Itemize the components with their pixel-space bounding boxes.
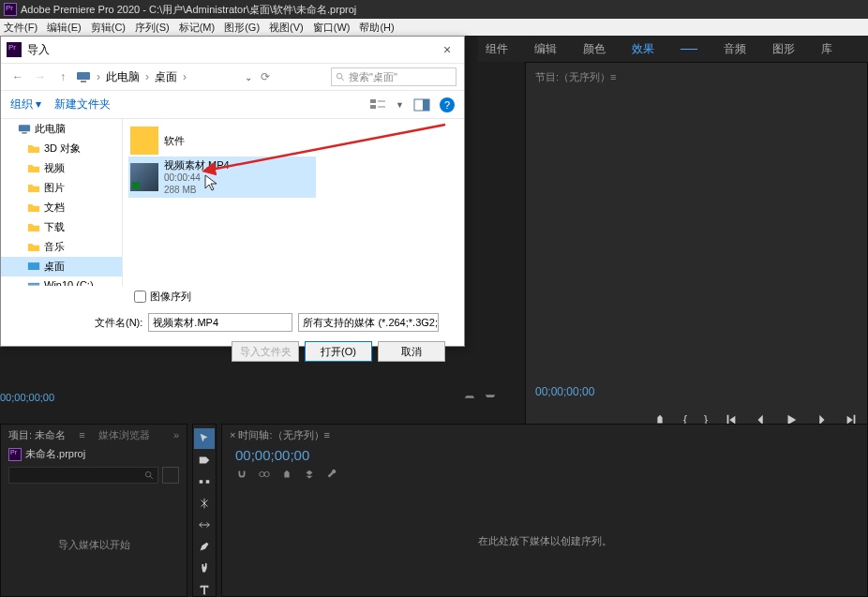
tree-this-pc[interactable]: 此电脑	[1, 119, 122, 139]
new-bin-icon[interactable]	[162, 467, 179, 484]
svg-rect-13	[28, 282, 39, 284]
panel-more-icon[interactable]: »	[173, 429, 179, 440]
source-timecode[interactable]: 00;00;00;00	[0, 392, 54, 403]
dialog-search-input[interactable]: 搜索"桌面"	[331, 67, 456, 86]
import-dialog: 导入 × ← → ↑ › 此电脑 › 桌面 › ⌄ ⟳ 搜索"桌面" 组织 ▾ …	[0, 36, 465, 347]
svg-point-0	[260, 471, 264, 476]
crumb-desktop[interactable]: 桌面	[155, 69, 177, 85]
image-sequence-label: 图像序列	[150, 290, 191, 304]
nav-back-button[interactable]: ←	[8, 67, 27, 86]
program-timecode[interactable]: 00;00;00;00	[535, 385, 594, 398]
track-select-tool[interactable]	[194, 450, 215, 470]
menu-clip[interactable]: 剪辑(C)	[91, 21, 126, 35]
menu-sequence[interactable]: 序列(S)	[135, 21, 170, 35]
preview-pane-button[interactable]	[413, 98, 430, 112]
type-tool[interactable]	[194, 579, 215, 597]
menubar: 文件(F) 编辑(E) 剪辑(C) 序列(S) 标记(M) 图形(G) 视图(V…	[0, 19, 868, 36]
wrench-icon[interactable]	[325, 468, 338, 481]
nav-refresh-button[interactable]: ⟳	[256, 67, 275, 86]
organize-button[interactable]: 组织 ▾	[10, 97, 41, 112]
dialog-close-button[interactable]: ×	[436, 42, 458, 57]
tree-videos[interactable]: 视频	[1, 158, 122, 178]
tree-downloads[interactable]: 下载	[1, 217, 122, 237]
svg-rect-10	[22, 132, 26, 134]
timeline-panel: × 时间轴:（无序列）≡ 00;00;00;00 在此处放下媒体以创建序列。	[221, 424, 868, 597]
crumb-sep-icon: ›	[97, 70, 100, 83]
tab-audio[interactable]: 音频	[724, 41, 746, 57]
tab-color[interactable]: 颜色	[583, 41, 606, 57]
menu-mark[interactable]: 标记(M)	[179, 21, 216, 35]
image-sequence-checkbox[interactable]	[134, 291, 146, 303]
link-icon[interactable]	[258, 468, 271, 481]
search-placeholder: 搜索"桌面"	[349, 70, 397, 84]
svg-rect-6	[370, 105, 376, 109]
pen-tool[interactable]	[194, 536, 215, 557]
file-filter-select[interactable]: 所有支持的媒体 (*.264;*.3G2;*.⌄	[298, 313, 439, 332]
view-dropdown-icon[interactable]: ▼	[396, 100, 404, 110]
timeline-tab[interactable]: × 时间轴:（无序列）≡	[230, 428, 330, 442]
file-item-folder[interactable]: 软件	[128, 125, 316, 157]
tree-drive-c[interactable]: Win10 (C:)	[1, 276, 122, 286]
timeline-timecode[interactable]: 00;00;00;00	[222, 445, 867, 465]
hand-tool[interactable]	[194, 558, 215, 578]
ripple-edit-tool[interactable]	[194, 471, 215, 492]
filename-input[interactable]	[148, 313, 292, 332]
tree-pictures[interactable]: 图片	[1, 178, 122, 198]
svg-rect-8	[423, 99, 429, 111]
tab-effects[interactable]: 效果	[632, 41, 654, 57]
search-icon	[336, 72, 346, 82]
tab-assembly[interactable]: 组件	[486, 41, 508, 57]
source-lift-icon[interactable]	[463, 390, 476, 403]
file-name: 视频素材.MP4	[164, 158, 230, 172]
menu-help[interactable]: 帮助(H)	[359, 21, 394, 35]
open-button[interactable]: 打开(O)	[305, 341, 372, 362]
tree-3d-objects[interactable]: 3D 对象	[1, 139, 122, 158]
snap-icon[interactable]	[235, 468, 248, 481]
tab-editing[interactable]: 编辑	[534, 41, 557, 57]
file-item-video[interactable]: 视频素材.MP4 00:00:44 288 MB	[128, 157, 316, 198]
file-size: 288 MB	[164, 184, 230, 196]
crumb-sep-icon: ›	[145, 70, 149, 83]
new-folder-button[interactable]: 新建文件夹	[54, 97, 111, 112]
cancel-button[interactable]: 取消	[378, 341, 445, 362]
view-mode-button[interactable]	[369, 98, 386, 112]
source-monitor: 00;00;00;00	[0, 382, 187, 410]
slip-tool[interactable]	[194, 515, 215, 535]
tree-documents[interactable]: 文档	[1, 198, 122, 217]
tab-library[interactable]: 库	[821, 41, 832, 57]
import-hint[interactable]: 导入媒体以开始	[1, 538, 187, 552]
tab-media-browser[interactable]: 媒体浏览器	[98, 428, 150, 442]
menu-graphics[interactable]: 图形(G)	[224, 21, 260, 35]
selection-tool[interactable]	[194, 428, 215, 449]
timeline-hint: 在此处放下媒体以创建序列。	[222, 534, 867, 548]
tab-graphics[interactable]: 图形	[772, 41, 795, 57]
window-title: Adobe Premiere Pro 2020 - C:\用户\Administ…	[21, 3, 356, 17]
razor-tool[interactable]	[194, 493, 215, 514]
source-extract-icon[interactable]	[484, 390, 497, 403]
program-header: 节目:（无序列）≡	[526, 63, 867, 92]
nav-forward-button[interactable]: →	[31, 67, 50, 86]
svg-rect-3	[81, 81, 86, 82]
tree-desktop[interactable]: 桌面	[1, 257, 122, 276]
menu-view[interactable]: 视图(V)	[269, 21, 304, 35]
folder-tree: 此电脑 3D 对象 视频 图片 文档 下载 音乐 桌面 Win10 (C:)	[1, 119, 123, 286]
tab-project[interactable]: 项目: 未命名	[8, 428, 66, 442]
help-button[interactable]: ?	[440, 97, 455, 112]
menu-edit[interactable]: 编辑(E)	[47, 21, 82, 35]
tree-music[interactable]: 音乐	[1, 237, 122, 257]
crumb-this-pc[interactable]: 此电脑	[106, 69, 140, 85]
marker-icon[interactable]	[280, 468, 293, 481]
file-duration: 00:00:44	[164, 172, 230, 184]
project-filename: 未命名.prproj	[25, 447, 85, 461]
settings-icon[interactable]	[303, 468, 316, 481]
tab-close-icon[interactable]: ≡	[79, 429, 84, 440]
project-search-input[interactable]	[8, 467, 158, 484]
dialog-title: 导入	[27, 42, 50, 58]
file-list: 软件 视频素材.MP4 00:00:44 288 MB	[123, 119, 464, 286]
menu-window[interactable]: 窗口(W)	[313, 21, 351, 35]
crumb-dropdown-icon[interactable]: ⌄	[245, 72, 252, 82]
nav-up-button[interactable]: ↑	[53, 67, 72, 86]
import-folder-button[interactable]: 导入文件夹	[232, 341, 299, 362]
svg-rect-5	[370, 99, 376, 103]
menu-file[interactable]: 文件(F)	[4, 21, 37, 35]
